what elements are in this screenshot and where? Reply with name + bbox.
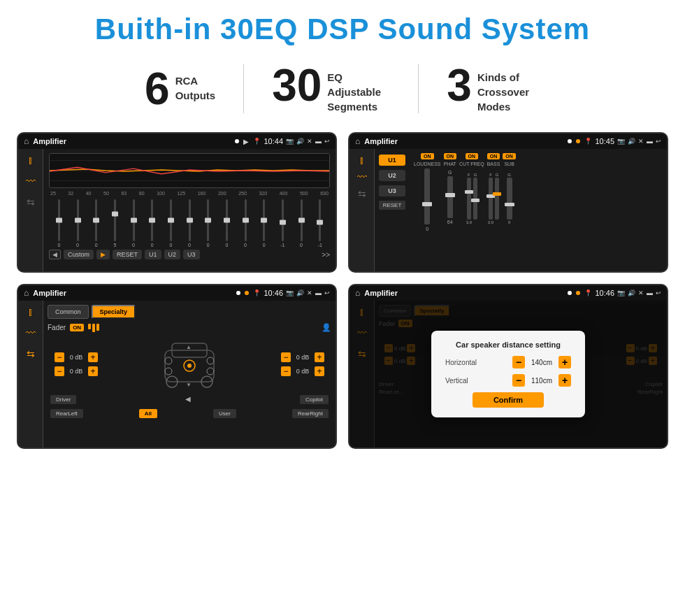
stat-rca: 6 RCAOutputs bbox=[117, 66, 243, 111]
db-controls-right: − 0 dB + − 0 dB + bbox=[281, 352, 324, 376]
driver-button[interactable]: Driver bbox=[50, 395, 76, 404]
eq-slider-col: 0 bbox=[87, 199, 105, 248]
all-button[interactable]: All bbox=[139, 409, 157, 418]
back-icon-3[interactable]: ↩ bbox=[324, 289, 330, 296]
sidebar-vol-icon[interactable]: ⇆ bbox=[27, 196, 35, 208]
vertical-minus-button[interactable]: − bbox=[512, 374, 525, 387]
statusbar-2-icons: 📍 10:45 📷 🔊 ✕ ▬ ↩ bbox=[584, 137, 661, 145]
eq-slider-col: 0 bbox=[69, 199, 87, 248]
screen-distance: ⌂ Amplifier 📍 10:46 📷 🔊 ✕ ▬ ↩ ⫿ 〰 ⇆ bbox=[348, 284, 668, 449]
eq-slider-track[interactable] bbox=[58, 199, 60, 241]
tab-specialty[interactable]: Specialty bbox=[92, 305, 136, 319]
sidebar-vol-icon-3[interactable]: ⇆ bbox=[27, 348, 35, 359]
eq-slider-track[interactable] bbox=[151, 199, 153, 241]
dialog-row-horizontal: Horizontal − 140cm + bbox=[445, 356, 571, 368]
eq-slider-col: 0 bbox=[162, 199, 180, 248]
eq-slider-track[interactable] bbox=[77, 199, 79, 241]
eq-u1-button[interactable]: U1 bbox=[145, 250, 161, 259]
sidebar-eq-icon[interactable]: ⫿ bbox=[28, 155, 33, 166]
rearLeft-button[interactable]: RearLeft bbox=[50, 409, 83, 418]
pin-icon-4: 📍 bbox=[584, 289, 592, 296]
screenshots-grid: ⌂ Amplifier ▶ 📍 10:44 📷 🔊 ✕ ▬ ↩ ⫿ 〰 ⇆ bbox=[0, 127, 685, 463]
eq-slider-track[interactable] bbox=[263, 199, 265, 241]
eq-curve-area bbox=[49, 153, 330, 188]
db-plus-4[interactable]: + bbox=[315, 366, 324, 376]
sidebar-eq-icon-3[interactable]: ⫿ bbox=[28, 306, 33, 317]
volume-icon-2: 🔊 bbox=[628, 138, 635, 145]
home-icon-2[interactable]: ⌂ bbox=[355, 136, 360, 146]
fader-person-icon: 👤 bbox=[322, 323, 331, 332]
eq-slider-track[interactable] bbox=[133, 199, 135, 241]
channel-phat: ON PHAT G 64 bbox=[444, 153, 457, 267]
back-icon-2[interactable]: ↩ bbox=[656, 138, 661, 145]
db-plus-2[interactable]: + bbox=[88, 366, 98, 376]
sub-label: SUB bbox=[504, 162, 514, 166]
db-minus-1[interactable]: − bbox=[55, 352, 64, 362]
eq-slider-track[interactable] bbox=[170, 199, 172, 241]
sidebar-wave-icon-3[interactable]: 〰 bbox=[26, 327, 36, 338]
preset-u3-button[interactable]: U3 bbox=[379, 185, 405, 196]
dsp2-reset-button[interactable]: RESET bbox=[379, 201, 405, 210]
freq-label: 160 bbox=[198, 191, 206, 196]
tab-common[interactable]: Common bbox=[48, 305, 89, 319]
home-icon[interactable]: ⌂ bbox=[24, 136, 29, 146]
rearRight-button[interactable]: RearRight bbox=[292, 409, 329, 418]
statusbar-3-time: 10:46 bbox=[264, 289, 283, 297]
user-button[interactable]: User bbox=[213, 409, 236, 418]
stat-number-crossover: 3 bbox=[447, 63, 472, 108]
stat-text-crossover: Kinds ofCrossover Modes bbox=[477, 63, 540, 114]
horizontal-minus-button[interactable]: − bbox=[512, 356, 525, 368]
eq-slider-track[interactable] bbox=[226, 199, 228, 241]
stats-row: 6 RCAOutputs 30 EQ AdjustableSegments 3 … bbox=[0, 53, 685, 127]
back-icon-4[interactable]: ↩ bbox=[656, 289, 661, 296]
eq-slider-track[interactable] bbox=[207, 199, 209, 241]
svg-point-9 bbox=[207, 357, 214, 364]
channel-loudness: ON LOUDNESS 0 bbox=[414, 153, 441, 267]
db-minus-3[interactable]: − bbox=[281, 352, 291, 362]
eq-slider-track[interactable] bbox=[114, 199, 116, 241]
sidebar-vol-icon-2[interactable]: ⇆ bbox=[358, 188, 366, 199]
preset-u1-button[interactable]: U1 bbox=[379, 155, 405, 166]
freq-label: 50 bbox=[103, 191, 109, 196]
db-plus-1[interactable]: + bbox=[88, 352, 98, 362]
eq-slider-col: 0 bbox=[293, 199, 310, 248]
home-icon-3[interactable]: ⌂ bbox=[24, 288, 29, 298]
eq-prev-button[interactable]: ◀ bbox=[49, 250, 61, 259]
distance-dialog: Car speaker distance setting Horizontal … bbox=[431, 331, 585, 417]
channel-bass: ON BASS F 3.0 G bbox=[487, 153, 500, 267]
eq-u3-button[interactable]: U3 bbox=[183, 250, 200, 259]
status-dot-3a bbox=[236, 291, 240, 295]
confirm-button[interactable]: Confirm bbox=[473, 392, 544, 408]
eq-slider-track[interactable] bbox=[319, 199, 321, 241]
copilot-button[interactable]: Copilot bbox=[300, 395, 329, 404]
dsp-sidebar-1: ⫿ 〰 ⇆ bbox=[18, 149, 43, 271]
cutfreq-on-badge: ON bbox=[466, 153, 479, 159]
window-icon: ▬ bbox=[315, 138, 322, 145]
vertical-plus-button[interactable]: + bbox=[558, 374, 571, 387]
eq-slider-track[interactable] bbox=[189, 199, 191, 241]
eq-play-button[interactable]: ▶ bbox=[96, 250, 110, 259]
eq-slider-track[interactable] bbox=[282, 199, 284, 241]
eq-slider-track[interactable] bbox=[301, 199, 303, 241]
db-minus-2[interactable]: − bbox=[55, 366, 64, 376]
camera-icon-3: 📷 bbox=[286, 289, 294, 296]
eq-slider-track[interactable] bbox=[245, 199, 247, 241]
home-icon-4[interactable]: ⌂ bbox=[355, 288, 360, 298]
preset-u2-button[interactable]: U2 bbox=[379, 170, 405, 181]
freq-label: 25 bbox=[50, 191, 56, 196]
statusbar-4-icons: 📍 10:46 📷 🔊 ✕ ▬ ↩ bbox=[584, 289, 661, 297]
sidebar-wave-icon[interactable]: 〰 bbox=[26, 176, 36, 187]
sidebar-eq-icon-2[interactable]: ⫿ bbox=[359, 155, 364, 166]
horizontal-plus-button[interactable]: + bbox=[558, 356, 571, 368]
close-icon-2: ✕ bbox=[638, 138, 644, 145]
stat-text-eq: EQ AdjustableSegments bbox=[327, 63, 390, 114]
eq-reset-button[interactable]: RESET bbox=[113, 250, 142, 259]
db-plus-3[interactable]: + bbox=[315, 352, 324, 362]
eq-slider-track[interactable] bbox=[95, 199, 97, 241]
back-icon[interactable]: ↩ bbox=[324, 138, 330, 145]
play-icon: ▶ bbox=[243, 138, 249, 145]
eq-u2-button[interactable]: U2 bbox=[164, 250, 181, 259]
sidebar-wave-icon-2[interactable]: 〰 bbox=[357, 171, 367, 182]
pin-icon-3: 📍 bbox=[253, 289, 261, 296]
db-minus-4[interactable]: − bbox=[281, 366, 291, 376]
